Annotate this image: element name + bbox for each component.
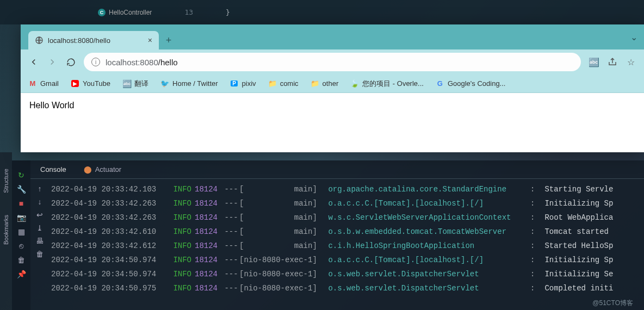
log-row: 2022-04-19 20:33:42.610INFO18124 --- [ m… (51, 225, 642, 239)
print-icon[interactable]: 🖶 (36, 237, 44, 245)
translate-icon[interactable]: 🔤 (589, 57, 599, 67)
twitter-icon: 🐦 (160, 79, 169, 88)
bookmark-label: Google's Coding... (448, 79, 506, 88)
soft-wrap-icon[interactable]: ↩ (36, 210, 43, 219)
console-output[interactable]: 2022-04-19 20:33:42.103INFO18124 --- [ m… (49, 179, 644, 310)
clear-icon[interactable]: 🗑 (36, 250, 44, 258)
share-icon[interactable] (607, 57, 618, 67)
ide-editor-top: C HelloController 13 } (0, 0, 644, 24)
log-row: 2022-04-19 20:34:50.975INFO18124 --- [ni… (51, 281, 642, 295)
address-bar[interactable]: i localhost:8080/hello (84, 53, 581, 71)
bookmark-label: 翻译 (134, 79, 148, 89)
bookmark-item[interactable]: 📁other (311, 79, 339, 88)
scroll-down-icon[interactable]: ↓ (38, 197, 42, 206)
layout-icon[interactable]: ▦ (16, 227, 26, 237)
bookmark-item[interactable]: MGmail (28, 79, 59, 88)
tab-console[interactable]: Console (37, 160, 70, 178)
new-tab-button[interactable]: + (161, 33, 176, 48)
bookmark-item[interactable]: 📁comic (268, 79, 299, 88)
stop-icon[interactable]: ■ (16, 199, 26, 208)
exit-icon[interactable]: ⎋ (16, 241, 26, 251)
wrench-icon[interactable]: 🔧 (16, 184, 26, 194)
bookmark-item[interactable]: GGoogle's Coding... (436, 79, 506, 88)
close-icon[interactable]: × (148, 36, 152, 45)
editor-code-snippet: } (226, 8, 230, 16)
bookmark-label: 您的项目 - Overle... (362, 79, 424, 89)
page-content: Hello World (21, 93, 644, 152)
browser-window: localhost:8080/hello × + ⌄ i localhost:8… (21, 24, 644, 152)
youtube-icon: ▶ (71, 79, 79, 88)
bookmark-label: other (323, 79, 339, 88)
camera-icon[interactable]: 📷 (16, 213, 26, 222)
log-row: 2022-04-19 20:33:42.263INFO18124 --- [ m… (51, 196, 642, 210)
folder-icon: 📁 (268, 79, 277, 88)
bookmark-label: Gmail (40, 79, 59, 88)
browser-tab-strip: localhost:8080/hello × + ⌄ (21, 24, 644, 49)
run-gutter-left: ↻ 🔧 ■ 📷 ▦ ⎋ 🗑 📌 (12, 160, 30, 310)
bookmark-label: pixiv (242, 79, 256, 88)
bookmark-label: Home / Twitter (172, 79, 218, 88)
gmail-icon: M (28, 79, 37, 88)
log-row: 2022-04-19 20:33:42.263INFO18124 --- [ m… (51, 210, 642, 225)
bookmark-item[interactable]: 🔤翻译 (122, 79, 148, 89)
log-row: 2022-04-19 20:34:50.974INFO18124 --- [ni… (51, 267, 642, 281)
run-tool-window: ↻ 🔧 ■ 📷 ▦ ⎋ 🗑 📌 Console ⬤Actuator ↑ ↓ ↩ … (12, 160, 644, 310)
ide-sidebar: Structure Bookmarks (0, 152, 12, 310)
scroll-end-icon[interactable]: ⤓ (36, 224, 43, 232)
tab-title: localhost:8080/hello (48, 36, 110, 45)
watermark: @51CTO博客 (592, 299, 633, 308)
overleaf-icon: 🍃 (350, 79, 359, 88)
pin-icon[interactable]: 📌 (16, 269, 26, 279)
sidebar-tab-structure[interactable]: Structure (3, 169, 9, 193)
class-icon: C (98, 9, 106, 16)
bookmark-item[interactable]: ▶YouTube (71, 79, 110, 88)
browser-toolbar: i localhost:8080/hello 🔤 ☆ (21, 49, 644, 75)
console-controls: ↑ ↓ ↩ ⤓ 🖶 🗑 (30, 179, 49, 310)
log-row: 2022-04-19 20:33:42.103INFO18124 --- [ m… (51, 182, 642, 196)
bookmark-label: YouTube (83, 79, 110, 88)
globe-icon (35, 36, 44, 45)
bookmark-label: comic (280, 79, 299, 88)
reload-button[interactable] (65, 57, 76, 67)
log-row: 2022-04-19 20:33:42.612INFO18124 --- [ m… (51, 239, 642, 253)
scroll-up-icon[interactable]: ↑ (38, 184, 42, 193)
chevron-down-icon[interactable]: ⌄ (630, 32, 637, 42)
bookmark-item[interactable]: Ppixiv (230, 79, 256, 88)
folder-icon: 📁 (311, 79, 319, 88)
bolt-icon: ⬤ (84, 165, 92, 173)
console-tabs: Console ⬤Actuator (30, 160, 644, 179)
project-tree-file[interactable]: C HelloController (98, 9, 152, 16)
bookmark-item[interactable]: 🍃您的项目 - Overle... (350, 79, 424, 89)
trash-icon[interactable]: 🗑 (16, 255, 26, 265)
pixiv-icon: P (230, 79, 239, 88)
file-label: HelloController (109, 9, 152, 16)
bookmarks-bar: MGmail▶YouTube🔤翻译🐦Home / TwitterPpixiv📁c… (21, 75, 644, 93)
site-info-icon[interactable]: i (91, 58, 100, 66)
url-text: localhost:8080/hello (106, 58, 178, 67)
rerun-icon[interactable]: ↻ (16, 170, 26, 180)
browser-tab[interactable]: localhost:8080/hello × (28, 31, 159, 49)
translate-icon: 🔤 (122, 79, 131, 88)
google-icon: G (436, 79, 444, 88)
star-icon[interactable]: ☆ (626, 57, 636, 67)
editor-line-number: 13 (184, 8, 193, 16)
back-button[interactable] (28, 57, 39, 67)
tab-actuator[interactable]: ⬤Actuator (81, 160, 125, 178)
forward-button[interactable] (47, 57, 58, 67)
bookmark-item[interactable]: 🐦Home / Twitter (160, 79, 218, 88)
log-row: 2022-04-19 20:34:50.974INFO18124 --- [ni… (51, 253, 642, 267)
page-body-text: Hello World (29, 101, 74, 110)
sidebar-tab-bookmarks[interactable]: Bookmarks (3, 215, 9, 245)
